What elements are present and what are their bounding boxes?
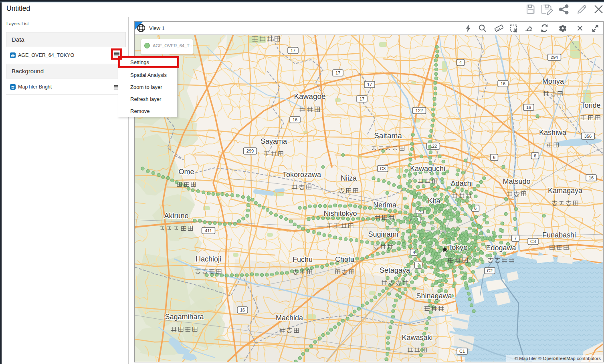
svg-text:4: 4 (413, 250, 415, 255)
svg-text:16: 16 (293, 117, 297, 122)
svg-text:299: 299 (246, 149, 254, 153)
svg-text:Machida: Machida (276, 314, 303, 322)
svg-text:4: 4 (459, 60, 462, 65)
svg-text:Matsudo: Matsudo (503, 177, 530, 185)
svg-text:© MapTiler © OpenStreetMap co: © MapTiler © OpenStreetMap contributors (515, 356, 601, 361)
svg-text:Shinagawa: Shinagawa (416, 292, 452, 300)
svg-text:16: 16 (589, 175, 594, 180)
svg-text:Kashiwa: Kashiwa (539, 129, 567, 137)
svg-text:Fuchu: Fuchu (293, 255, 313, 263)
svg-text:6: 6 (493, 155, 495, 160)
svg-text:294: 294 (551, 55, 558, 60)
svg-text:Sagamihara: Sagamihara (165, 313, 204, 321)
svg-text:Kawasaki: Kawasaki (402, 334, 432, 342)
svg-text:17: 17 (360, 97, 364, 101)
svg-text:Ome: Ome (178, 168, 194, 176)
svg-text:Funabashi: Funabashi (542, 231, 576, 239)
svg-text:C1: C1 (459, 349, 465, 354)
svg-text:C3: C3 (530, 239, 536, 244)
svg-text:Edogawa: Edogawa (486, 244, 516, 252)
svg-text:Kawaguchi: Kawaguchi (410, 165, 445, 173)
svg-text:Chofu: Chofu (335, 255, 354, 263)
svg-text:Tokorozawa: Tokorozawa (283, 171, 321, 179)
svg-text:Toride: Toride (581, 101, 600, 109)
svg-text:122: 122 (416, 108, 423, 113)
svg-text:17: 17 (335, 70, 340, 75)
svg-text:Tokyo: Tokyo (448, 243, 468, 251)
svg-text:Hachioji: Hachioji (196, 255, 221, 263)
svg-text:Akiruno: Akiruno (164, 212, 188, 220)
svg-text:7: 7 (514, 236, 517, 241)
svg-text:16: 16 (240, 308, 245, 312)
svg-text:17: 17 (291, 48, 295, 53)
svg-text:356: 356 (584, 134, 592, 139)
svg-text:Kawagoe: Kawagoe (294, 92, 325, 101)
svg-text:Adachi: Adachi (450, 179, 473, 187)
svg-text:Sayama: Sayama (261, 137, 287, 145)
svg-text:Kita: Kita (428, 197, 440, 205)
svg-text:Saitama: Saitama (374, 131, 402, 140)
svg-text:Niiza: Niiza (341, 174, 357, 182)
svg-text:Moriya: Moriya (542, 77, 564, 85)
svg-text:C3: C3 (380, 166, 386, 171)
svg-text:Suginami: Suginami (368, 230, 398, 238)
svg-text:Kamagaya: Kamagaya (548, 187, 583, 195)
svg-text:C2: C2 (487, 268, 493, 273)
svg-text:6: 6 (534, 153, 536, 158)
svg-text:Nishitokyo: Nishitokyo (323, 209, 357, 217)
svg-text:Setagaya: Setagaya (380, 266, 410, 274)
svg-text:16: 16 (501, 81, 505, 86)
svg-text:411: 411 (205, 228, 212, 233)
svg-text:Nerima: Nerima (373, 201, 397, 209)
svg-text:17: 17 (367, 82, 372, 87)
svg-text:16: 16 (526, 105, 531, 110)
